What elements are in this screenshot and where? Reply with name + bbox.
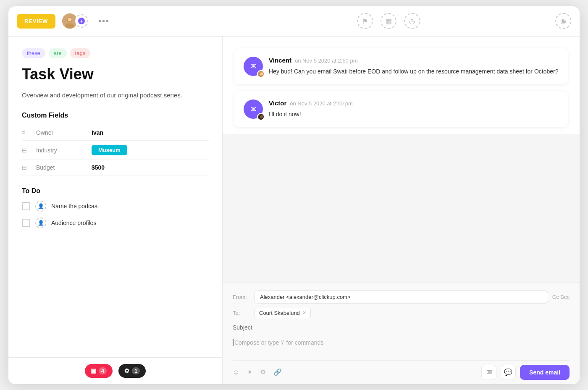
task-description: Overview and development of our original… xyxy=(22,90,209,100)
settings-button[interactable]: ⚙ xyxy=(260,368,266,376)
email-toolbar-right: ✉ 💬 Send email xyxy=(481,365,570,380)
message-card-2: ✉ Victor on Nov 5 2020 at 2:50 xyxy=(234,91,568,127)
field-row-budget: ⊟ Budget $500 xyxy=(22,160,209,175)
msg-time-1: on Nov 5 2020 at 2:50 pm xyxy=(295,58,358,64)
tag-tags[interactable]: tags xyxy=(70,48,91,58)
todo-checkbox-2[interactable] xyxy=(22,219,30,227)
badge-button-dark[interactable]: ✿ 1 xyxy=(118,364,146,378)
person-icon-2: 👤 xyxy=(38,220,44,226)
industry-label: Industry xyxy=(36,147,87,154)
msg-content-1: Vincent on Nov 5 2020 at 2:50 pm Hey bud… xyxy=(269,57,559,76)
email-from-row: From: Alexander <alexander@clickup.com> … xyxy=(233,291,570,304)
send-email-button[interactable]: Send email xyxy=(520,365,570,380)
top-bar: REVIEW + ••• ⚑ xyxy=(8,6,580,37)
owner-icon: ≡ xyxy=(22,129,31,136)
from-input[interactable]: Alexander <alexander@clickup.com> xyxy=(255,291,548,304)
compose-area[interactable]: Compose or type '/' for commands xyxy=(233,337,570,358)
top-bar-center: ⚑ ▦ ◷ xyxy=(231,13,546,29)
compose-placeholder: Compose or type '/' for commands xyxy=(234,339,323,346)
msg-text-1: Hey bud! Can you email Swati before EOD … xyxy=(269,67,559,76)
attachment-button[interactable]: 🔗 xyxy=(273,368,282,376)
badge-red-icon: ▣ xyxy=(91,367,96,374)
subject-row xyxy=(233,322,570,332)
budget-value: $500 xyxy=(92,164,105,171)
todo-item-1: 👤 Name the podcast xyxy=(22,201,209,212)
left-panel: these are tags Task View Overview and de… xyxy=(8,37,223,384)
bottom-bar-left: ▣ 4 ✿ 1 xyxy=(8,357,222,384)
msg-author-2: Victor xyxy=(269,99,286,107)
msg-header-1: Vincent on Nov 5 2020 at 2:50 pm xyxy=(269,57,559,64)
todo-section: To Do 👤 Name the podcast 👤 Audience prof… xyxy=(22,187,209,234)
todo-label-1: Name the podcast xyxy=(51,203,99,209)
tag-these[interactable]: these xyxy=(22,48,45,58)
todo-item-2: 👤 Audience profiles xyxy=(22,217,209,228)
mail-icon-2: ✉ xyxy=(250,105,257,114)
user-badge-1 xyxy=(257,70,265,78)
cc-bcc-label[interactable]: Cc Bcc xyxy=(552,294,570,300)
email-toolbar-left: ☺ ✦ ⚙ 🔗 xyxy=(233,368,282,376)
msg-avatar-1: ✉ xyxy=(244,57,263,76)
todo-title: To Do xyxy=(22,187,209,195)
clock-icon: ◷ xyxy=(409,17,415,25)
msg-text-2: I'll do it now! xyxy=(269,110,559,119)
tag-are[interactable]: are xyxy=(49,48,67,58)
to-label: To: xyxy=(233,310,250,316)
badge-dark-icon: ✿ xyxy=(124,367,129,374)
compose-cursor xyxy=(233,339,234,346)
msg-avatar-2: ✉ xyxy=(244,99,263,119)
user-badge-2 xyxy=(257,113,265,120)
badge-red-count: 4 xyxy=(99,367,107,374)
chat-action-button[interactable]: 💬 xyxy=(501,365,516,380)
add-avatar-button[interactable]: + xyxy=(75,14,88,28)
tags-row: these are tags xyxy=(22,48,209,58)
flag-icon: ⚑ xyxy=(362,17,368,25)
subject-input[interactable] xyxy=(233,322,570,332)
eye-button[interactable]: ◉ xyxy=(555,13,571,29)
top-bar-right: ◉ xyxy=(546,13,571,29)
remove-recipient-button[interactable]: ✕ xyxy=(302,310,306,316)
main-layout: these are tags Task View Overview and de… xyxy=(8,37,580,384)
msg-content-2: Victor on Nov 5 2020 at 2:50 pm I'll do … xyxy=(269,99,559,119)
email-to-row: To: Court Skabelund ✕ xyxy=(233,308,570,318)
industry-badge[interactable]: Museum xyxy=(92,145,127,155)
to-chip[interactable]: Court Skabelund ✕ xyxy=(255,308,311,318)
sparkle-button[interactable]: ✦ xyxy=(247,368,252,376)
industry-icon: ⊟ xyxy=(22,147,31,154)
more-options-button[interactable]: ••• xyxy=(98,16,110,26)
calendar-icon: ▦ xyxy=(386,17,392,25)
right-panel: ✉ Vincent on Nov 5 2020 at 2:5 xyxy=(223,37,580,384)
chat-icon: 💬 xyxy=(504,368,512,376)
flag-button[interactable]: ⚑ xyxy=(357,13,373,29)
plus-icon: + xyxy=(78,18,85,24)
top-bar-left: REVIEW + ••• xyxy=(17,13,231,29)
avatar-group: + xyxy=(61,13,88,29)
calendar-button[interactable]: ▦ xyxy=(381,13,396,29)
svg-point-2 xyxy=(65,23,74,29)
person-icon-1: 👤 xyxy=(38,203,44,209)
todo-label-2: Audience profiles xyxy=(51,220,96,226)
todo-checkbox-1[interactable] xyxy=(22,202,30,210)
mail-action-button[interactable]: ✉ xyxy=(481,365,496,380)
field-row-owner: ≡ Owner Ivan xyxy=(22,125,209,141)
custom-fields-title: Custom Fields xyxy=(22,112,209,119)
review-button[interactable]: REVIEW xyxy=(17,14,55,29)
from-value: Alexander <alexander@clickup.com> xyxy=(260,294,351,300)
msg-header-2: Victor on Nov 5 2020 at 2:50 pm xyxy=(269,99,559,107)
svg-point-3 xyxy=(68,18,72,21)
task-title: Task View xyxy=(22,65,209,83)
email-toolbar: ☺ ✦ ⚙ 🔗 ✉ 💬 Send email xyxy=(233,360,570,380)
mail-icon-1: ✉ xyxy=(250,62,257,71)
eye-icon: ◉ xyxy=(560,17,566,25)
todo-assignee-1: 👤 xyxy=(35,201,46,212)
svg-point-5 xyxy=(260,72,263,75)
svg-point-8 xyxy=(260,115,263,118)
badge-button-red[interactable]: ▣ 4 xyxy=(85,364,113,378)
msg-author-1: Vincent xyxy=(269,57,291,64)
badge-dark-count: 1 xyxy=(132,367,140,374)
from-label: From: xyxy=(233,294,250,300)
clock-button[interactable]: ◷ xyxy=(404,13,420,29)
emoji-button[interactable]: ☺ xyxy=(233,369,239,376)
message-card-1: ✉ Vincent on Nov 5 2020 at 2:5 xyxy=(234,48,568,84)
mail-icon: ✉ xyxy=(486,368,492,376)
msg-time-2: on Nov 5 2020 at 2:50 pm xyxy=(290,100,353,107)
